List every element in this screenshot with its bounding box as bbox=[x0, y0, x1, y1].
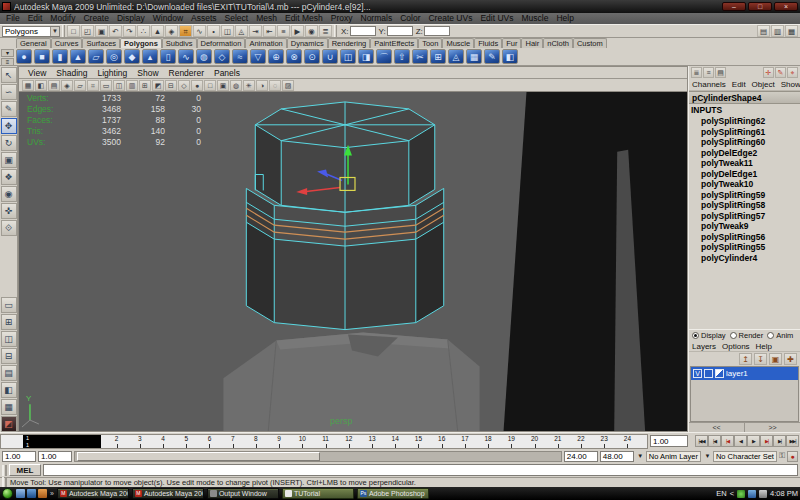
shelf-tab-ncloth[interactable]: nCloth bbox=[543, 38, 573, 48]
poly-pipe-icon[interactable]: ▯ bbox=[160, 49, 176, 64]
menu-muscle[interactable]: Muscle bbox=[517, 13, 552, 24]
hypershade-persp-layout-button[interactable]: ▤ bbox=[1, 365, 17, 381]
select-hierarchy-icon[interactable]: ∴ bbox=[137, 25, 150, 37]
history-node-polysplitring60[interactable]: polySplitRing60 bbox=[689, 137, 800, 148]
panel-menu-panels[interactable]: Panels bbox=[209, 68, 245, 78]
frame-15[interactable]: 15 bbox=[407, 435, 430, 448]
select-component-icon[interactable]: ◈ bbox=[165, 25, 178, 37]
offset-edge-loop-icon[interactable]: ◬ bbox=[448, 49, 464, 64]
poly-plane-icon[interactable]: ▱ bbox=[88, 49, 104, 64]
frame-18[interactable]: 18 bbox=[477, 435, 500, 448]
snap-grid-icon[interactable]: ⌗ bbox=[179, 25, 192, 37]
layer-mode-render[interactable]: Render bbox=[730, 331, 764, 340]
menu-create-uvs[interactable]: Create UVs bbox=[424, 13, 476, 24]
layer-playback-toggle[interactable] bbox=[704, 369, 713, 378]
extract-icon[interactable]: ⊙ bbox=[304, 49, 320, 64]
gate-mask-icon[interactable]: ▥ bbox=[126, 80, 138, 91]
history-node-polytweak10[interactable]: polyTweak10 bbox=[689, 179, 800, 190]
split-polygon-icon[interactable]: ✂ bbox=[412, 49, 428, 64]
universal-manipulator-tool-button[interactable]: ❖ bbox=[1, 169, 17, 185]
smooth-icon[interactable]: ≈ bbox=[232, 49, 248, 64]
channel-list-default-icon[interactable]: ≣ bbox=[691, 67, 702, 78]
channel-box-menu-show[interactable]: Show bbox=[778, 80, 800, 89]
current-frame-marker[interactable]: 1 1 bbox=[23, 435, 101, 448]
construction-history-icon[interactable]: ≡ bbox=[277, 25, 290, 37]
stated-manip-icon[interactable]: ✎ bbox=[775, 67, 786, 78]
auto-keyframe-toggle[interactable]: ● bbox=[787, 451, 798, 462]
input-connections-icon[interactable]: ⇥ bbox=[249, 25, 262, 37]
panel-menu-show[interactable]: Show bbox=[132, 68, 163, 78]
frame-6[interactable]: 6 bbox=[198, 435, 221, 448]
shelf-tab-animation[interactable]: Animation bbox=[245, 38, 286, 48]
layer-mode-display[interactable]: Display bbox=[692, 331, 726, 340]
frame-16[interactable]: 16 bbox=[430, 435, 453, 448]
separate-icon[interactable]: ⊗ bbox=[286, 49, 302, 64]
field-chart-icon[interactable]: ⊞ bbox=[139, 80, 151, 91]
shelf-menu-icon[interactable]: ≡ bbox=[1, 58, 14, 66]
channel-box-menu-edit[interactable]: Edit bbox=[729, 80, 749, 89]
poly-sphere-icon[interactable]: ● bbox=[16, 49, 32, 64]
shelf-tab-custom[interactable]: Custom bbox=[573, 38, 607, 48]
menu-edit[interactable]: Edit bbox=[24, 13, 47, 24]
history-node-polysplitring56[interactable]: polySplitRing56 bbox=[689, 232, 800, 243]
camera-attributes-icon[interactable]: ▤ bbox=[48, 80, 60, 91]
wireframe-mode-icon[interactable]: ◇ bbox=[178, 80, 190, 91]
menu-edit-uvs[interactable]: Edit UVs bbox=[476, 13, 517, 24]
task-autodesk-maya-200[interactable]: MAutodesk Maya 200... bbox=[57, 488, 129, 499]
snap-point-icon[interactable]: • bbox=[207, 25, 220, 37]
display-settings-icon[interactable] bbox=[748, 490, 756, 498]
coord-z-field[interactable] bbox=[424, 26, 450, 36]
coord-y-field[interactable] bbox=[387, 26, 413, 36]
minimize-button[interactable]: – bbox=[722, 2, 746, 11]
use-default-material-icon[interactable]: ◍ bbox=[230, 80, 242, 91]
frame-5[interactable]: 5 bbox=[175, 435, 198, 448]
poly-platonic-icon[interactable]: ◇ bbox=[214, 49, 230, 64]
poly-prism-icon[interactable]: ◆ bbox=[124, 49, 140, 64]
move-tool-button[interactable]: ✥ bbox=[1, 118, 17, 134]
shelf-tab-painteffects[interactable]: PaintEffects bbox=[370, 38, 418, 48]
booleans-icon[interactable]: ∪ bbox=[322, 49, 338, 64]
move-layer-up-icon[interactable]: ↥ bbox=[739, 353, 752, 365]
menu-assets[interactable]: Assets bbox=[187, 13, 221, 24]
ipr-render-icon[interactable]: ◉ bbox=[305, 25, 318, 37]
reduce-icon[interactable]: ▽ bbox=[250, 49, 266, 64]
show-manipulator-tool-button[interactable]: ✜ bbox=[1, 203, 17, 219]
layer-mode-anim[interactable]: Anim bbox=[767, 331, 793, 340]
soft-modification-tool-button[interactable]: ◉ bbox=[1, 186, 17, 202]
animation-start-field[interactable]: 1.00 bbox=[2, 451, 36, 462]
sculpt-geometry-icon[interactable]: ✎ bbox=[484, 49, 500, 64]
poly-cone-icon[interactable]: ▲ bbox=[70, 49, 86, 64]
menu-display[interactable]: Display bbox=[113, 13, 149, 24]
output-connections-icon[interactable]: ⇤ bbox=[263, 25, 276, 37]
frame-9[interactable]: 9 bbox=[268, 435, 291, 448]
resolution-gate-icon[interactable]: ◫ bbox=[113, 80, 125, 91]
shelf-tab-deformation[interactable]: Deformation bbox=[197, 38, 246, 48]
maximize-button[interactable]: □ bbox=[748, 2, 772, 11]
frame-23[interactable]: 23 bbox=[593, 435, 616, 448]
close-button[interactable]: × bbox=[774, 2, 798, 11]
shelf-tab-general[interactable]: General bbox=[16, 38, 51, 48]
paint-select-tool-button[interactable]: ✎ bbox=[1, 101, 17, 117]
frame-4[interactable]: 4 bbox=[151, 435, 174, 448]
step-back-frame-button[interactable]: |◀ bbox=[708, 435, 721, 447]
panel-menu-view[interactable]: View bbox=[23, 68, 51, 78]
isolate-select-icon[interactable]: ▨ bbox=[282, 80, 294, 91]
shadows-toggle-icon[interactable]: ◑ bbox=[256, 80, 268, 91]
bookmarks-icon[interactable]: ◈ bbox=[61, 80, 73, 91]
single-pane-layout-button[interactable]: ▭ bbox=[1, 297, 17, 313]
media-player-icon[interactable] bbox=[38, 489, 47, 498]
current-time-field[interactable]: 1.00 bbox=[650, 435, 688, 447]
extrude-icon[interactable]: ⇧ bbox=[394, 49, 410, 64]
shape-node-header[interactable]: pCylinderShape4 bbox=[689, 91, 800, 104]
xyz-axis-icon[interactable]: ✛ bbox=[763, 67, 774, 78]
viewport-canvas[interactable]: persp Y Verts:1733720Edges:346815830Face… bbox=[19, 92, 687, 431]
messenger-icon[interactable] bbox=[737, 490, 745, 498]
task-adobe-photoshop[interactable]: PsAdobe Photoshop bbox=[357, 488, 429, 499]
history-node-polycylinder4[interactable]: polyCylinder4 bbox=[689, 253, 800, 264]
select-camera-icon[interactable]: ▦ bbox=[22, 80, 34, 91]
animation-end-field[interactable]: 48.00 bbox=[600, 451, 634, 462]
persp-panel-layout-button[interactable]: ◩ bbox=[1, 416, 17, 432]
playback-end-field[interactable]: 24.00 bbox=[564, 451, 598, 462]
shelf-tab-curves[interactable]: Curves bbox=[51, 38, 83, 48]
frame-17[interactable]: 17 bbox=[453, 435, 476, 448]
